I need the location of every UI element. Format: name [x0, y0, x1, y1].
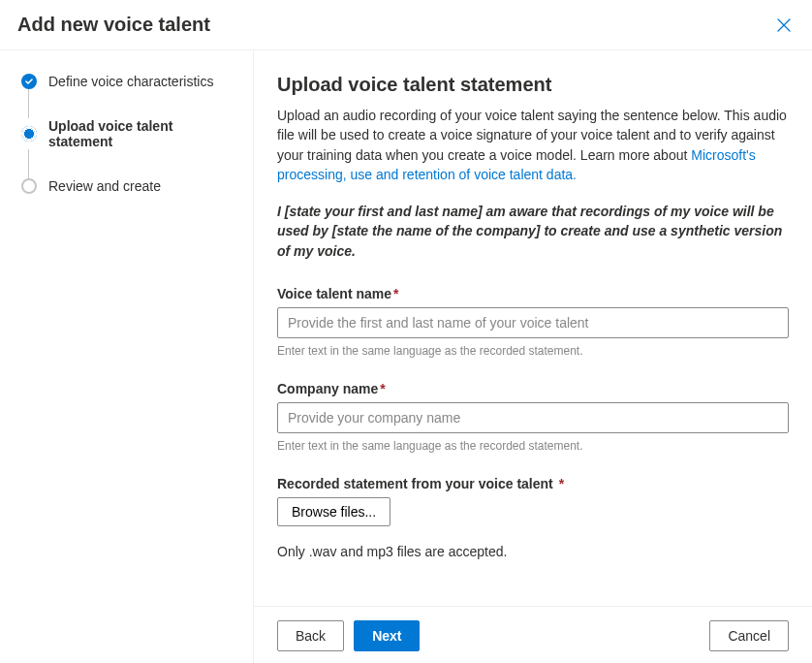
step-connector	[28, 149, 29, 178]
step-upload-statement[interactable]: Upload voice talent statement	[21, 118, 237, 149]
dialog-header: Add new voice talent	[0, 0, 812, 50]
field-company-name: Company name* Enter text in the same lan…	[277, 381, 789, 453]
voice-talent-name-input[interactable]	[277, 307, 789, 338]
dialog-title: Add new voice talent	[17, 14, 210, 36]
close-icon	[777, 18, 791, 32]
pending-step-icon	[21, 178, 37, 194]
required-indicator: *	[555, 476, 564, 491]
company-name-input[interactable]	[277, 402, 789, 433]
consent-statement: I [state your first and last name] am aw…	[277, 202, 789, 261]
wizard-content: Upload voice talent statement Upload an …	[254, 50, 812, 606]
recorded-statement-helper: Only .wav and mp3 files are accepted.	[277, 544, 789, 559]
wizard-footer: Back Next Cancel	[254, 606, 812, 663]
label-text: Recorded statement from your voice talen…	[277, 476, 553, 491]
check-icon	[21, 74, 37, 89]
wizard-steps: Define voice characteristics Upload voic…	[0, 50, 254, 663]
back-button[interactable]: Back	[277, 620, 344, 651]
label-text: Company name	[277, 381, 378, 396]
voice-talent-name-helper: Enter text in the same language as the r…	[277, 344, 789, 358]
close-button[interactable]	[773, 15, 795, 36]
step-connector	[28, 89, 29, 118]
step-label: Define voice characteristics	[48, 74, 213, 89]
field-voice-talent-name: Voice talent name* Enter text in the sam…	[277, 286, 789, 358]
label-text: Voice talent name	[277, 286, 391, 301]
required-indicator: *	[380, 381, 385, 396]
voice-talent-name-label: Voice talent name*	[277, 286, 789, 301]
company-name-label: Company name*	[277, 381, 789, 396]
required-indicator: *	[393, 286, 398, 301]
page-heading: Upload voice talent statement	[277, 74, 789, 96]
recorded-statement-label: Recorded statement from your voice talen…	[277, 476, 789, 491]
current-step-icon	[21, 126, 37, 142]
browse-files-button[interactable]: Browse files...	[277, 497, 390, 526]
next-button[interactable]: Next	[354, 620, 420, 651]
step-label: Review and create	[48, 178, 161, 194]
company-name-helper: Enter text in the same language as the r…	[277, 439, 789, 453]
step-define-characteristics[interactable]: Define voice characteristics	[21, 74, 237, 89]
cancel-button[interactable]: Cancel	[709, 620, 789, 651]
page-description: Upload an audio recording of your voice …	[277, 106, 789, 184]
field-recorded-statement: Recorded statement from your voice talen…	[277, 476, 789, 559]
step-review-create[interactable]: Review and create	[21, 178, 237, 194]
step-label: Upload voice talent statement	[48, 118, 237, 149]
